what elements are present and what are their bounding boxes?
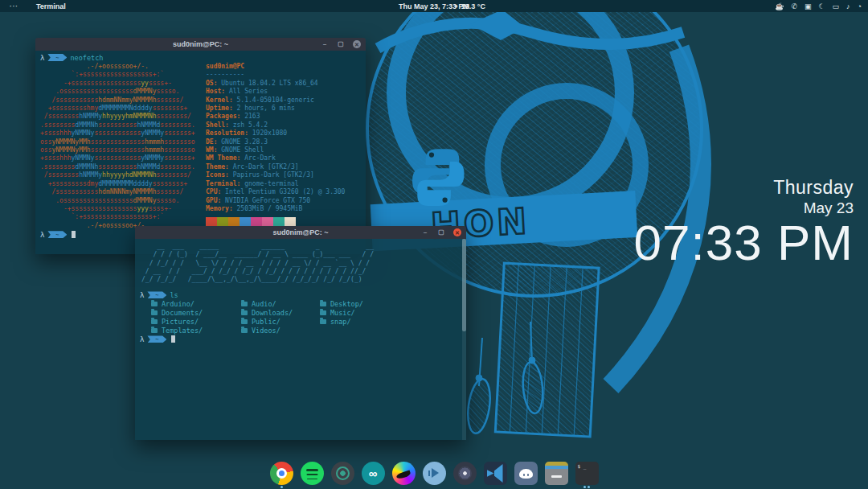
lambda-prompt: λ: [40, 231, 44, 239]
folder-item: Arduino/: [151, 299, 241, 308]
folder-icon: [320, 319, 326, 324]
neofetch-info: sud0nim@PC----------OS: Ubuntu 18.04.2 L…: [206, 63, 358, 230]
powerline-path-arrow: ~: [47, 231, 67, 238]
folder-item: snap/: [320, 317, 400, 326]
close-button[interactable]: ✕: [353, 40, 361, 48]
command-text: neofetch: [70, 54, 103, 62]
moon-icon[interactable]: ☾: [818, 2, 825, 10]
ascii-banner-hi-sud0nim: __ ___ _____ ______ _ __ / / / (_) / ___…: [141, 243, 461, 284]
powerline-path-arrow: ~: [47, 54, 67, 61]
clock-widget: Thursday May 23 07:33 PM: [634, 177, 854, 268]
dock-item-krita[interactable]: [391, 462, 416, 489]
folder-name: Documents/: [162, 309, 203, 317]
neofetch-separator: ----------: [206, 71, 358, 79]
vinyl-player-icon[interactable]: [453, 462, 477, 485]
scrollbar-thumb[interactable]: [462, 239, 466, 331]
neofetch-entry: Host: All Series: [206, 88, 358, 96]
folder-item: Audio/: [241, 299, 320, 308]
file-manager-icon[interactable]: [545, 462, 568, 485]
titlebar[interactable]: sud0nim@PC: ~ – ▢ ✕: [135, 226, 466, 239]
focused-app-menu[interactable]: Terminal: [36, 2, 66, 10]
dock-item-emblem-app[interactable]: [330, 462, 354, 489]
dock-item-vscode[interactable]: [483, 462, 507, 489]
dock-item-blue-media-app[interactable]: [422, 462, 446, 489]
maximize-button[interactable]: ▢: [337, 40, 345, 48]
cup-icon[interactable]: ☕: [775, 2, 784, 10]
dock-item-vinyl-player[interactable]: [452, 462, 477, 489]
weather-icon: ●: [454, 2, 458, 10]
neofetch-entry: Terminal: gnome-terminal: [206, 180, 358, 188]
folder-icon: [320, 302, 326, 306]
dock-item-terminal[interactable]: [575, 462, 599, 489]
google-chrome-icon[interactable]: [270, 462, 293, 485]
arduino-ide-icon[interactable]: [362, 462, 385, 485]
dock-item-google-chrome[interactable]: [269, 462, 293, 489]
folder-item: Desktop/: [320, 299, 400, 308]
neofetch-entry: Uptime: 2 hours, 6 mins: [206, 105, 358, 113]
folder-name: Videos/: [252, 327, 280, 335]
terminal-window-neofetch[interactable]: sud0nim@PC: ~ – ▢ ✕ λ ~ neofetch .-/+oos…: [35, 38, 366, 254]
display-icon[interactable]: ▭: [833, 2, 840, 10]
volume-icon[interactable]: ♪: [846, 2, 850, 10]
neofetch-entry: Icons: Papirus-Dark [GTK2/3]: [206, 171, 358, 179]
folder-name: Music/: [330, 309, 355, 317]
neofetch-entry: WM: GNOME Shell: [206, 146, 358, 154]
dock: [269, 462, 599, 489]
emblem-app-icon[interactable]: [331, 462, 354, 485]
window-title: sud0nim@PC: ~: [272, 228, 328, 236]
running-indicator: [280, 485, 283, 489]
activities-menu-dots[interactable]: ···: [10, 2, 18, 10]
folder-item: Documents/: [151, 308, 241, 317]
clock-time: 07:33 PM: [634, 217, 854, 268]
maximize-button[interactable]: ▢: [437, 228, 445, 236]
weather-indicator[interactable]: ● 19.3 °C: [454, 2, 485, 10]
folder-item: Videos/: [241, 326, 320, 335]
dock-item-file-manager[interactable]: [544, 462, 568, 489]
neofetch-entry: WM Theme: Arc-Dark: [206, 154, 358, 162]
folder-icon: [151, 319, 158, 324]
dock-item-arduino-ide[interactable]: [361, 462, 385, 489]
titlebar[interactable]: sud0nim@PC: ~ – ▢ ✕: [35, 38, 366, 51]
scrollbar[interactable]: [462, 239, 466, 440]
folder-icon: [241, 302, 248, 306]
folder-icon: [241, 328, 248, 333]
folder-name: Pictures/: [162, 318, 199, 326]
temperature-label: 19.3 °C: [461, 2, 485, 10]
neofetch-entry: Shell: zsh 5.4.2: [206, 121, 358, 129]
folder-name: Public/: [252, 318, 280, 326]
terminal-content[interactable]: __ ___ _____ ______ _ __ / / / (_) / ___…: [135, 239, 466, 440]
neofetch-entry: Memory: 2503MiB / 9945MiB: [206, 205, 358, 213]
neofetch-entry: GPU: NVIDIA GeForce GTX 750: [206, 197, 358, 205]
text-cursor: [72, 231, 76, 238]
folder-name: Downloads/: [252, 309, 293, 317]
folder-item: Public/: [241, 317, 320, 326]
terminal-content[interactable]: λ ~ neofetch .-/+oossssoo+/-. `:+sssssss…: [35, 51, 366, 254]
minimize-button[interactable]: –: [421, 228, 429, 236]
timer-icon[interactable]: ◔: [858, 2, 862, 10]
terminal-window-focused[interactable]: sud0nim@PC: ~ – ▢ ✕ __ ___ _____ ______ …: [135, 226, 466, 440]
discord-icon[interactable]: [514, 462, 538, 485]
dock-item-discord[interactable]: [514, 462, 538, 489]
folder-name: Arduino/: [162, 300, 194, 308]
blue-media-app-icon[interactable]: [423, 462, 446, 485]
close-button[interactable]: ✕: [453, 228, 461, 236]
folder-name: Audio/: [252, 300, 276, 308]
terminal-icon[interactable]: [575, 462, 599, 485]
dock-item-spotify[interactable]: [300, 462, 324, 489]
spotify-icon[interactable]: [301, 462, 324, 485]
minimize-button[interactable]: –: [321, 40, 329, 48]
neofetch-entry: Resolution: 1920x1080: [206, 129, 358, 138]
chat-icon[interactable]: ✆: [791, 2, 797, 10]
clock-day: Thursday: [634, 177, 854, 199]
krita-icon[interactable]: [392, 462, 416, 485]
folder-item: Pictures/: [151, 317, 241, 326]
prompt-line: λ ~ ls: [140, 290, 461, 299]
window-title: sud0nim@PC: ~: [173, 40, 228, 48]
clipboard-icon[interactable]: ▣: [805, 2, 812, 10]
lambda-prompt: λ: [140, 291, 144, 299]
powerline-path-arrow: ~: [147, 291, 166, 298]
neofetch-entry: OS: Ubuntu 18.04.2 LTS x86_64: [206, 80, 358, 88]
prompt-line: λ ~: [140, 335, 461, 343]
command-text: ls: [170, 291, 178, 299]
vscode-icon[interactable]: [484, 462, 507, 485]
